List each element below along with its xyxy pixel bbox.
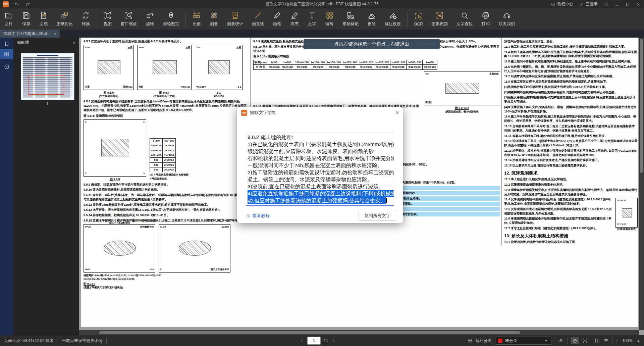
toolbar-button-pen[interactable]: 画笔 (268, 8, 286, 30)
contact-icon (502, 11, 511, 20)
document-tab[interactable]: 提取文字0-结构施工图设... × (0, 30, 60, 38)
next-page-icon[interactable] (331, 338, 336, 343)
svg-text:4: 4 (331, 16, 332, 18)
toolbar-button-scale[interactable]: 比例 (188, 8, 205, 30)
toolbar-button-erase[interactable]: 擦除 (363, 8, 380, 30)
toolbar-button-find[interactable]: 文字查找 (452, 8, 477, 30)
dialog-pdf-icon: PDF (241, 110, 247, 116)
toolbar-button-contact[interactable]: 联系我们 (494, 8, 519, 30)
pdf-table-cell: 2×2Φ12 (163, 148, 175, 153)
dialog-header[interactable]: PDF 提取文字结果 × (237, 107, 403, 118)
figure-caption: 1-1 (195, 91, 243, 95)
figure-label: 次梁 (128, 46, 132, 49)
toolbar-button-measure[interactable]: 测量 (205, 8, 223, 30)
toolbar-button-rotate[interactable]: 旋转 (141, 8, 159, 30)
vertical-scrollbar-thumb[interactable] (640, 39, 643, 173)
toolbar-button-recog[interactable]: 图形识别 (427, 8, 452, 30)
undo-icon[interactable] (14, 2, 19, 7)
tab-close-icon[interactable]: × (54, 31, 57, 36)
pan-hand-icon[interactable] (571, 337, 579, 344)
toolbar-button-winzoom[interactable]: 窗口缩放 (116, 8, 141, 30)
tutorial-center-button[interactable]: ? 教程中心 (551, 1, 573, 7)
toolbar-button-text[interactable]: 文字 (303, 8, 321, 30)
pdf-table-caption: 表 9.6.10a 现浇板分布钢筋 (253, 54, 500, 59)
toolbar-button-label: 擦除 (368, 21, 376, 27)
horizontal-scrollbar[interactable] (79, 330, 639, 335)
main-toolbar: 文件保存文档AB图纸对比转换视图窗口缩放旋转滚轮翻页比例测量测量统计画直线画笔高… (0, 8, 644, 30)
skin-icon[interactable] (604, 2, 608, 7)
pdf-paragraph: 13.1 设置后浇带,后浇带的位置及做法详见各层施工图。 (504, 240, 638, 244)
pdf-figure: ≥20d次梁主梁梁(柱):12图 9.5.6(主次梁截面同高) (84, 45, 134, 98)
toolbar-button-view[interactable]: 视图 (99, 8, 116, 30)
prev-page-icon[interactable] (300, 338, 304, 343)
toolbar-button-convert[interactable]: 转换 (77, 8, 95, 30)
page-navigator: / 1 (300, 337, 336, 345)
measure-scale-hint: 当前页未设置测量比例 (58, 335, 106, 346)
toolbar-button-ocr[interactable]: OCR (410, 8, 427, 30)
pdf-paragraph: 11.10 当钢筋或钢网片不采用时,在工程开工之前应将彩色的钢筋送检,试验结果应… (504, 124, 638, 133)
toolbar-button-number[interactable]: 1234编号 (321, 8, 338, 30)
toolbar-button-label: 文档 (40, 21, 48, 27)
view-tutorial-link[interactable]: 查看教程 (246, 213, 270, 219)
horizontal-scrollbar-thumb[interactable] (99, 331, 520, 334)
zoom-out-icon[interactable]: - (616, 338, 618, 344)
figure-label: Φ8@150 (181, 85, 190, 89)
login-status-button[interactable]: 已登录 (579, 1, 598, 7)
select-region-icon[interactable] (582, 338, 588, 343)
toolbar-button-doc[interactable]: 文档 (35, 8, 52, 30)
visibility-eye-icon[interactable] (558, 338, 564, 343)
redo-icon[interactable] (25, 2, 30, 7)
dialog-title: 提取文字结果 (250, 110, 276, 116)
dialog-text-line: 1)在已硬化的混凝土表面上(要求混凝土强度达到1.2N/mm2以后)继 (248, 141, 392, 148)
panel-close-icon[interactable]: × (73, 40, 75, 45)
toolbar-button-save[interactable]: 保存 (17, 8, 35, 30)
pdf-paragraph: 12.3 测量单位应根据资料要求,任务要求认真编制沉降观测方案设计,报甲方、监理… (504, 188, 638, 197)
find-icon (460, 11, 469, 20)
page-thumbnail[interactable] (21, 53, 74, 100)
page-number-input[interactable] (307, 337, 321, 345)
toolbar-button-print[interactable]: 打印 (477, 8, 494, 30)
pdf-table-caption: 表 9.5.8: 梁侧面纵向构造钢筋 (84, 114, 249, 118)
figure-caption: 图 9.5.8 (84, 177, 146, 181)
toolbar-button-compare[interactable]: AB图纸对比 (52, 8, 77, 30)
extracted-text-area[interactable]: 9.8.2 施工缝的处理:1)在已硬化的混凝土表面上(要求混凝土强度达到1.2N… (246, 133, 394, 206)
figure-label: Φ8@150 (196, 85, 206, 89)
pdf-paragraph: 11.7 后浇带浇筑完毕后应采取保温措施,防止裂缝,严禁混凝土结构部分长时间暴露… (504, 74, 638, 79)
dialog-close-icon[interactable]: × (396, 110, 399, 116)
maximize-button[interactable] (625, 2, 630, 7)
close-button[interactable] (636, 2, 641, 7)
zoom-in-icon[interactable]: + (637, 338, 640, 344)
thumbnails-icon[interactable] (0, 49, 13, 59)
figure-label: 1-1 (238, 85, 241, 89)
help-icon[interactable]: ? (0, 62, 13, 72)
category-dropdown[interactable]: 未分类 (495, 337, 551, 345)
dialog-footer: 查看教程 复制所有文字 (246, 211, 396, 221)
zoom-level: 100% (621, 338, 634, 343)
figure-label: 洞口上下各加Φ50 (210, 268, 229, 271)
dialog-text-line: 2)施工缝附近的钢筋如需恢复设计位置时,勿松动和损坏已浇筑的混 (248, 169, 392, 176)
pdf-paragraph: 9.5.14 异形柱框架梁、柱构造做法详见 06 SG331-1第15~31页。 (84, 213, 249, 217)
figure-label: ≥2.5hc (222, 225, 229, 229)
vertical-scrollbar[interactable] (639, 38, 644, 330)
toolbar-button-line[interactable]: 画直线 (248, 8, 268, 30)
two-column-layout-icon[interactable] (595, 338, 600, 343)
toolbar-button-shapes[interactable]: 形状标记 (338, 8, 363, 30)
toolbar-button-stats[interactable]: 测量统计 (223, 8, 248, 30)
minimize-button[interactable] (614, 2, 619, 7)
pdf-paragraph: 9.5.13 水平折梁、竖向折梁钢筋构造见图16 G101-1第91页“水平折梁… (84, 208, 249, 212)
annotation-category-icon[interactable] (468, 338, 472, 343)
toolbar-button-highlight[interactable]: 高亮 (286, 8, 303, 30)
view-icon (103, 11, 112, 20)
left-icon-rail: ? (0, 38, 13, 335)
toolbar-button-scroll[interactable]: 滚轮翻页 (159, 8, 183, 30)
figure-label: ① (85, 120, 87, 124)
pdf-figure-row: 2Φ16加强箍筋Φ50>h/4>3d洞口上下各加筋Φ50≥1.5h≥2.5hcb… (84, 224, 249, 273)
toolbar-button-annoset[interactable]: 标注设置 (380, 8, 405, 30)
row-layout-icon[interactable] (603, 338, 609, 343)
toolbar-button-folder[interactable]: 文件 (0, 8, 17, 30)
pdf-paragraph: 11.4 相邻子项基础底面标高不同时,应先施工低标高的地基土,否则应采取基础防坍… (504, 50, 638, 59)
dialog-text-line: 凝土。钢筋上的油污、水泥浆及浮锈等杂物也应清除。 (248, 176, 392, 183)
pdf-paragraph: 11.8 在施工安装过程中,应采取有效措施保证结构的整体稳定性,具体要求如下: (504, 80, 638, 84)
copy-all-button[interactable]: 复制所有文字 (359, 211, 396, 221)
bookmarks-icon[interactable] (0, 39, 13, 49)
